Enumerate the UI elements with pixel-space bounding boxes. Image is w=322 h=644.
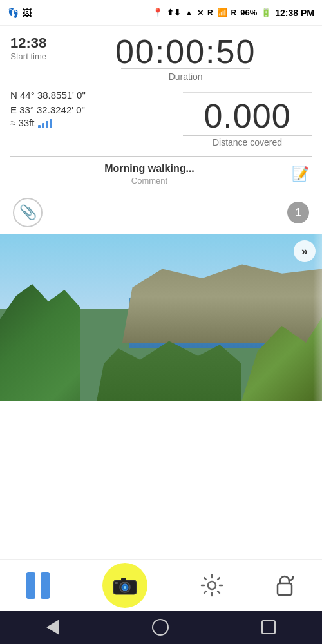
altitude-line: ≈ 33ft xyxy=(10,117,86,128)
gps-signal-bars xyxy=(38,118,52,128)
nav-home-icon xyxy=(152,619,169,636)
clock: 12:38 PM xyxy=(275,8,314,18)
comment-area[interactable]: Morning walking... Comment xyxy=(10,163,289,185)
coord-n: N 44° 38.8551' 0" xyxy=(10,88,86,103)
svg-point-3 xyxy=(124,586,126,589)
status-icons-left: 👣 🖼 xyxy=(8,8,32,18)
pause-bar-right xyxy=(41,572,50,599)
distance-label: Distance covered xyxy=(183,137,312,147)
top-info-row: 12:38 Start time 00:00:50 Duration xyxy=(10,35,312,82)
bottom-toolbar xyxy=(0,559,322,611)
distance-divider xyxy=(183,135,312,136)
bar-2 xyxy=(42,123,44,128)
network-r2-icon: R xyxy=(231,8,237,17)
signal-icon: ⬆⬇ xyxy=(167,8,181,17)
duration-value: 00:00:50 xyxy=(59,35,312,68)
bar-1 xyxy=(38,125,41,128)
nav-bar xyxy=(0,611,322,644)
main-content: 12:38 Start time 00:00:50 Duration N 44°… xyxy=(0,26,322,234)
pause-bar-left xyxy=(26,572,35,599)
duration-label: Duration xyxy=(59,71,312,82)
nav-recent-icon xyxy=(261,620,276,634)
comment-section: Morning walking... Comment 📝 xyxy=(10,156,312,191)
distance-value: 0.000 xyxy=(183,97,312,135)
start-time-block: 12:38 Start time xyxy=(10,35,46,61)
action-row: 📎 1 xyxy=(10,191,312,234)
battery-icon: 🔋 xyxy=(261,8,271,17)
photo-edge-hint xyxy=(313,234,322,401)
comment-title: Morning walking... xyxy=(10,163,289,175)
svg-rect-5 xyxy=(115,582,118,584)
start-time-value: 12:38 xyxy=(10,35,46,52)
nav-back-icon xyxy=(46,620,59,635)
bar-4 xyxy=(50,119,52,128)
badge-count: 1 xyxy=(287,202,309,223)
duration-block: 00:00:50 Duration xyxy=(59,35,312,82)
altitude-value: ≈ 33ft xyxy=(10,117,34,128)
empty-space xyxy=(0,401,322,453)
lock-button[interactable] xyxy=(276,574,296,596)
status-icons-right: 📍 ⬆⬇ ▲ ✕ R 📶 R 96% 🔋 12:38 PM xyxy=(153,8,314,18)
steps-icon: 👣 xyxy=(8,8,19,18)
nav-home-button[interactable] xyxy=(152,619,169,636)
battery-percent: 96% xyxy=(240,8,257,17)
photo-scene xyxy=(0,234,322,401)
sim-icon: ✕ xyxy=(197,8,204,17)
attach-button[interactable]: 📎 xyxy=(13,198,43,227)
coordinates-block: N 44° 38.8551' 0" E 33° 32.3242' 0" ≈ 33… xyxy=(10,88,86,128)
settings-button[interactable] xyxy=(200,574,223,597)
edit-comment-button[interactable]: 📝 xyxy=(289,162,312,185)
gallery-icon: 🖼 xyxy=(23,8,32,18)
camera-icon xyxy=(112,575,138,596)
comment-label: Comment xyxy=(10,176,289,185)
status-bar: 👣 🖼 📍 ⬆⬇ ▲ ✕ R 📶 R 96% 🔋 12:38 PM xyxy=(0,0,322,26)
nav-back-button[interactable] xyxy=(46,620,59,635)
photo-next-button[interactable]: » xyxy=(294,240,316,262)
lock-icon xyxy=(276,574,296,596)
camera-button[interactable] xyxy=(102,563,147,608)
svg-rect-4 xyxy=(121,578,126,581)
signal-bars-icon: 📶 xyxy=(217,8,227,17)
nav-recent-button[interactable] xyxy=(261,620,276,634)
wifi-icon: ▲ xyxy=(185,8,193,17)
svg-rect-6 xyxy=(278,583,292,595)
bar-3 xyxy=(46,121,48,128)
network-r-icon: R xyxy=(207,8,213,17)
photo-area: » xyxy=(0,234,322,401)
location-icon: 📍 xyxy=(153,8,163,17)
pause-button[interactable] xyxy=(26,572,50,599)
coord-e: E 33° 32.3242' 0" xyxy=(10,103,86,118)
gear-icon xyxy=(200,574,223,597)
start-time-label: Start time xyxy=(10,52,46,61)
distance-section: 0.000 Distance covered xyxy=(183,92,312,147)
